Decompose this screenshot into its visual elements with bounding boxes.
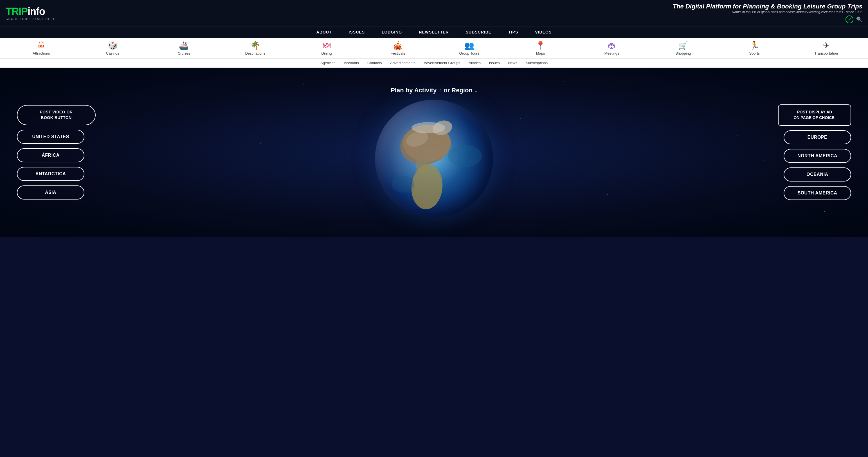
header-right: The Digital Platform for Planning & Book… [673, 3, 862, 23]
cat-dining[interactable]: 🍽 Dining [315, 41, 338, 55]
group-tours-icon: 👥 [464, 41, 474, 50]
subnav-agencies[interactable]: Agencies [320, 61, 335, 65]
cat-sports-label: Sports [749, 51, 760, 55]
left-buttons: POST VIDEO ORBOOK BUTTON UNITED STATES A… [17, 105, 96, 199]
logo[interactable]: TRIPinfo [6, 6, 56, 18]
subnav-ad-groups[interactable]: Advertisement Groups [424, 61, 460, 65]
globe[interactable] [375, 100, 493, 218]
cruises-icon: 🚢 [179, 41, 189, 50]
svg-point-4 [409, 163, 444, 211]
cat-transportation-label: Transportation [814, 51, 838, 55]
cat-transportation[interactable]: ✈ Transportation [814, 41, 838, 55]
cat-festivals[interactable]: 🎪 Festivals [387, 41, 409, 55]
attractions-icon: 🏛 [37, 41, 45, 50]
cat-meetings-label: Meetings [604, 51, 619, 55]
header-tagline: The Digital Platform for Planning & Book… [673, 3, 862, 10]
main-nav: ABOUT ISSUES LODGING NEWSLETTER SUBSCRIB… [0, 26, 868, 38]
north-america-button[interactable]: NORTH AMERICA [784, 149, 851, 163]
post-ad-button[interactable]: POST DISPLAY ADON PAGE OF CHOICE. [778, 104, 851, 125]
subnav-contacts[interactable]: Contacts [367, 61, 382, 65]
nav-about[interactable]: ABOUT [316, 30, 332, 34]
nav-lodging[interactable]: LODGING [382, 30, 402, 34]
arrow-up-icon: ↑ [439, 88, 441, 93]
transportation-icon: ✈ [823, 41, 830, 50]
nav-tips[interactable]: TIPS [508, 30, 518, 34]
cat-group-tours-label: Group Tours [459, 51, 479, 55]
subnav-subscriptions[interactable]: Subscriptions [526, 61, 548, 65]
cat-cruises-label: Cruises [178, 51, 190, 55]
logo-area: TRIPinfo GROUP TRIPS START HERE [6, 6, 56, 21]
nav-issues[interactable]: ISSUES [349, 30, 365, 34]
verified-icon[interactable]: ✓ [845, 16, 854, 23]
cat-meetings[interactable]: 🏟 Meetings [600, 41, 623, 55]
search-icon[interactable]: 🔍 [856, 16, 862, 23]
hero-section: POST VIDEO ORBOOK BUTTON UNITED STATES A… [0, 68, 868, 237]
antarctica-button[interactable]: ANTARCTICA [17, 167, 84, 181]
nav-subscribe[interactable]: SUBSCRIBE [466, 30, 491, 34]
casinos-icon: 🎲 [108, 41, 118, 50]
cat-maps[interactable]: 📍 Maps [529, 41, 552, 55]
asia-button[interactable]: ASIA [17, 185, 84, 200]
header: TRIPinfo GROUP TRIPS START HERE The Digi… [0, 0, 868, 26]
us-button[interactable]: UNITED STATES [17, 130, 84, 144]
cat-group-tours[interactable]: 👥 Group Tours [458, 41, 480, 55]
sports-icon: 🏃 [750, 41, 760, 50]
or-region-label: or Region [443, 87, 472, 94]
dining-icon: 🍽 [322, 41, 331, 50]
subnav-articles[interactable]: Articles [469, 61, 481, 65]
africa-button[interactable]: AFRICA [17, 148, 84, 162]
europe-button[interactable]: EUROPE [784, 130, 851, 144]
header-icons: ✓ 🔍 [673, 16, 862, 23]
cat-attractions[interactable]: 🏛 Attractions [30, 41, 53, 55]
plan-activity-label: Plan by Activity [391, 87, 437, 94]
right-buttons: POST DISPLAY ADON PAGE OF CHOICE. EUROPE… [772, 104, 851, 200]
cat-shopping-label: Shopping [675, 51, 691, 55]
arrow-down-icon: ↓ [475, 88, 477, 93]
destinations-icon: 🌴 [250, 41, 260, 50]
cat-maps-label: Maps [536, 51, 545, 55]
cat-casinos-label: Casinos [106, 51, 119, 55]
sub-nav: Agencies Accounts Contacts Advertisement… [0, 58, 868, 68]
cat-attractions-label: Attractions [33, 51, 50, 55]
globe-svg [375, 100, 493, 218]
plan-text: Plan by Activity ↑ or Region ↓ [391, 87, 477, 94]
hero-layout: POST VIDEO ORBOOK BUTTON UNITED STATES A… [0, 75, 868, 229]
svg-point-5 [448, 145, 482, 167]
subnav-news[interactable]: News [508, 61, 517, 65]
cat-destinations[interactable]: 🌴 Destinations [244, 41, 266, 55]
subnav-issues[interactable]: Issues [489, 61, 500, 65]
cat-sports[interactable]: 🏃 Sports [743, 41, 766, 55]
cat-cruises[interactable]: 🚢 Cruises [173, 41, 195, 55]
south-america-button[interactable]: SOUTH AMERICA [784, 186, 851, 200]
cat-destinations-label: Destinations [245, 51, 266, 55]
nav-videos[interactable]: VIDEOS [535, 30, 552, 34]
category-bar: 🏛 Attractions 🎲 Casinos 🚢 Cruises 🌴 Dest… [0, 38, 868, 58]
hero-center: Plan by Activity ↑ or Region ↓ [96, 87, 772, 218]
subnav-accounts[interactable]: Accounts [344, 61, 359, 65]
oceania-button[interactable]: OCEANIA [784, 167, 851, 182]
meetings-icon: 🏟 [608, 41, 616, 50]
subnav-advertisements[interactable]: Advertisements [390, 61, 415, 65]
svg-point-7 [411, 122, 445, 133]
header-sub: Ranks in top 1% of global sites and boas… [673, 10, 862, 14]
cat-dining-label: Dining [321, 51, 332, 55]
cat-shopping[interactable]: 🛒 Shopping [672, 41, 694, 55]
festivals-icon: 🎪 [393, 41, 403, 50]
nav-newsletter[interactable]: NEWSLETTER [419, 30, 448, 34]
logo-subtitle: GROUP TRIPS START HERE [6, 18, 56, 21]
post-video-button[interactable]: POST VIDEO ORBOOK BUTTON [17, 105, 96, 125]
cat-casinos[interactable]: 🎲 Casinos [101, 41, 124, 55]
shopping-icon: 🛒 [678, 41, 688, 50]
cat-festivals-label: Festivals [391, 51, 405, 55]
maps-icon: 📍 [535, 41, 546, 50]
svg-point-6 [392, 176, 414, 192]
